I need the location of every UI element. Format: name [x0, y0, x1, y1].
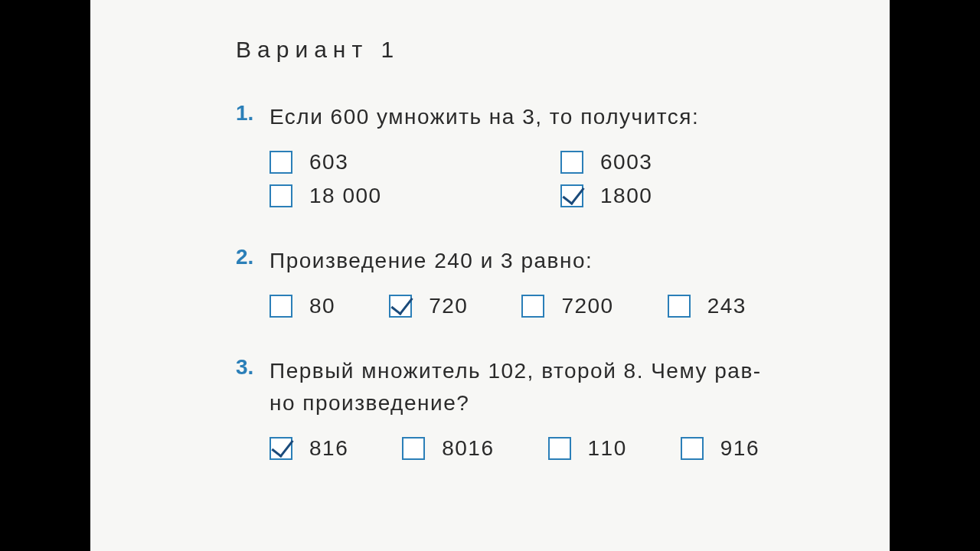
question-3: 3. Первый множитель 102, второй 8. Чему … [136, 355, 844, 461]
question-2: 2. Произведение 240 и 3 равно: 80 720 72… [136, 245, 844, 318]
option[interactable]: 110 [548, 436, 627, 461]
checkbox-checked[interactable] [389, 295, 412, 318]
checkbox[interactable] [668, 295, 691, 318]
option-label: 916 [720, 436, 760, 461]
option[interactable]: 8016 [402, 436, 494, 461]
option-label: 603 [309, 150, 348, 174]
question-text: Если 600 умножить на 3, то получится: [270, 101, 844, 133]
option-label: 720 [429, 294, 468, 318]
option[interactable]: 916 [681, 436, 760, 461]
options-row: 80 720 7200 243 [270, 294, 882, 318]
option-label: 816 [309, 436, 348, 461]
option-label: 80 [309, 294, 335, 318]
question-text: Первый множитель 102, второй 8. Чему рав… [270, 355, 882, 419]
checkbox[interactable] [402, 437, 425, 460]
option-label: 8016 [442, 436, 494, 461]
question-number: 1. [236, 101, 270, 126]
option-label: 1800 [600, 184, 652, 208]
checkbox[interactable] [521, 295, 544, 318]
checkbox-checked[interactable] [560, 184, 583, 207]
option-label: 18 000 [309, 184, 382, 208]
option-label: 6003 [600, 150, 652, 174]
checkbox[interactable] [681, 437, 704, 460]
option-label: 7200 [561, 294, 613, 318]
option[interactable]: 1800 [560, 184, 821, 208]
option[interactable]: 603 [270, 150, 530, 174]
option[interactable]: 18 000 [270, 184, 530, 208]
checkbox-checked[interactable] [270, 437, 292, 460]
question-text: Произведение 240 и 3 равно: [270, 245, 882, 277]
option[interactable]: 720 [389, 294, 468, 318]
options-grid: 603 6003 18 000 1800 [270, 150, 821, 208]
option[interactable]: 6003 [560, 150, 821, 174]
options-row: 816 8016 110 916 [270, 436, 882, 461]
question-1: 1. Если 600 умножить на 3, то получится:… [136, 101, 844, 208]
checkbox[interactable] [270, 151, 292, 174]
option-label: 110 [588, 436, 627, 461]
option[interactable]: 7200 [521, 294, 613, 318]
option[interactable]: 80 [270, 294, 335, 318]
checkbox[interactable] [548, 437, 571, 460]
question-number: 2. [236, 245, 270, 269]
checkbox[interactable] [270, 184, 292, 207]
checkbox[interactable] [270, 295, 292, 318]
question-number: 3. [236, 355, 270, 380]
option[interactable]: 816 [270, 436, 348, 461]
worksheet-page: Вариант 1 1. Если 600 умножить на 3, то … [90, 0, 890, 551]
option-label: 243 [707, 294, 746, 318]
option[interactable]: 243 [668, 294, 746, 318]
checkbox[interactable] [560, 151, 583, 174]
variant-title: Вариант 1 [236, 37, 844, 63]
